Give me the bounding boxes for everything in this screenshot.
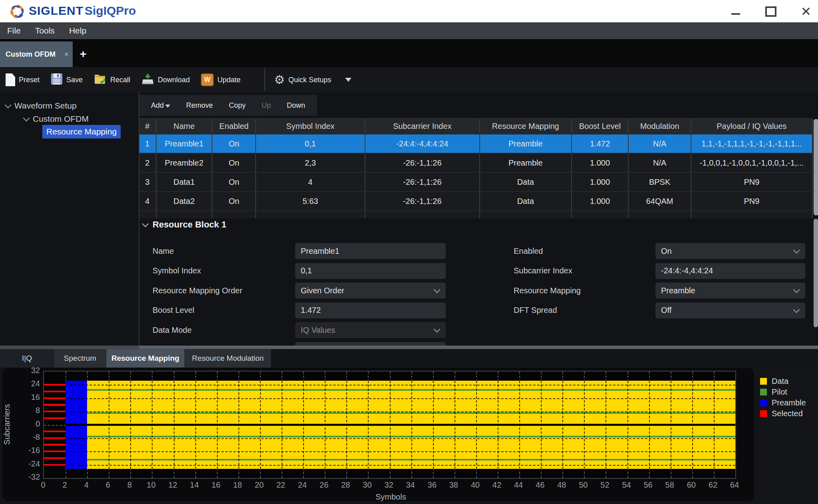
recall-button[interactable]: Recall bbox=[88, 67, 136, 93]
update-button[interactable]: WUpdate bbox=[195, 67, 246, 93]
cell: On bbox=[212, 154, 256, 172]
x-tick-label: 28 bbox=[336, 480, 355, 490]
cell: -26:-1,1:26 bbox=[365, 173, 480, 191]
tree-item-custom-ofdm[interactable]: Custom OFDM bbox=[24, 112, 89, 126]
table-header-row: #NameEnabledSymbol IndexSubcarrier Index… bbox=[139, 119, 813, 134]
x-tick-label: 18 bbox=[228, 480, 247, 490]
table-row[interactable]: 4Data2On5:63-26:-1,1:26Data1.00064QAMPN9 bbox=[139, 192, 813, 211]
expand-chevron-icon[interactable] bbox=[5, 102, 12, 109]
column-header-subcarrier-index: Subcarrier Index bbox=[365, 119, 480, 134]
view-tab-resource-modulation[interactable]: Resource Modulation bbox=[185, 349, 271, 368]
view-tab-i-q[interactable]: I|Q bbox=[0, 349, 54, 368]
minimize-button[interactable] bbox=[724, 6, 748, 18]
maximize-button[interactable] bbox=[759, 6, 783, 18]
copy-row-button[interactable]: Copy bbox=[221, 101, 254, 110]
selected-subcarrier-bar bbox=[44, 404, 66, 405]
action-label: Copy bbox=[229, 101, 246, 110]
title-bar: SIGLENT SigIQPro ✕ bbox=[0, 0, 818, 22]
legend-label: Data bbox=[772, 377, 788, 386]
menu-item-tools[interactable]: Tools bbox=[28, 22, 62, 39]
x-tick-label: 42 bbox=[487, 480, 506, 490]
cell: 0,1 bbox=[256, 134, 365, 153]
close-button[interactable]: ✕ bbox=[794, 6, 818, 18]
x-tick-label: 36 bbox=[423, 480, 442, 490]
selected-subcarrier-bar bbox=[44, 431, 66, 432]
table-action-strip: AddRemoveCopyUpDown bbox=[139, 95, 317, 116]
gridline-horizontal-dark bbox=[66, 451, 735, 452]
form-scrollbar[interactable] bbox=[814, 219, 818, 327]
view-tab-spectrum[interactable]: Spectrum bbox=[54, 349, 106, 368]
select-enabled[interactable]: On bbox=[655, 243, 805, 259]
input-name[interactable]: Preamble1 bbox=[295, 243, 446, 259]
cell: BPSK bbox=[629, 173, 691, 191]
main-area: Waveform SetupCustom OFDMResource Mappin… bbox=[0, 93, 818, 346]
field-label-dft-spread: DFT Spread bbox=[514, 302, 557, 318]
chevron-down-icon bbox=[793, 287, 800, 293]
input-iq-values[interactable]: 1,1,-1,-1,1,1... [48 samples Array] bbox=[295, 342, 446, 346]
field-label-boost-level: Boost Level bbox=[153, 302, 195, 318]
add-row-button[interactable]: Add bbox=[143, 101, 178, 110]
down-row-button[interactable]: Down bbox=[279, 101, 313, 110]
gridline-horizontal-dark bbox=[66, 411, 735, 412]
input-boost-level[interactable]: 1.472 bbox=[295, 302, 446, 318]
x-tick-label: 8 bbox=[120, 480, 139, 490]
minimize-icon bbox=[731, 13, 740, 15]
siglent-logo-icon bbox=[10, 4, 25, 19]
column-header-payload-iq-values: Payload / IQ Values bbox=[691, 119, 813, 134]
save-button[interactable]: Save bbox=[45, 67, 88, 93]
cell: -26:-1,1:26 bbox=[365, 154, 480, 172]
cell: On bbox=[212, 134, 256, 153]
horizontal-splitter[interactable] bbox=[0, 346, 818, 349]
quick-setups-button[interactable]: ⚙Quick Setups bbox=[268, 67, 357, 93]
tree-item-waveform-setup[interactable]: Waveform Setup bbox=[6, 99, 77, 113]
legend-swatch-preamble bbox=[760, 399, 767, 406]
table-row[interactable]: 3Data1On4-26:-1,1:26Data1.000BPSKPN9 bbox=[139, 173, 813, 192]
cell: Preamble bbox=[480, 154, 572, 172]
cell: -26:-1,1:26 bbox=[365, 192, 480, 210]
selected-subcarrier-bar bbox=[44, 411, 66, 412]
x-tick-label: 14 bbox=[185, 480, 204, 490]
tree-item-resource-mapping[interactable]: Resource Mapping bbox=[42, 125, 121, 138]
cell bbox=[212, 211, 256, 218]
remove-row-button[interactable]: Remove bbox=[178, 101, 221, 110]
cell: 1 bbox=[139, 134, 157, 153]
y-tick-label: 16 bbox=[18, 393, 40, 402]
menu-item-file[interactable]: File bbox=[0, 22, 28, 39]
tab-custom-ofdm[interactable]: Custom OFDM × bbox=[0, 42, 73, 67]
view-tab-resource-mapping[interactable]: Resource Mapping bbox=[106, 349, 185, 368]
table-row[interactable]: 1Preamble1On0,1-24:4:-4,4:4:24Preamble1.… bbox=[139, 134, 813, 154]
select-data-mode[interactable]: IQ Values bbox=[295, 322, 446, 338]
cell bbox=[139, 211, 157, 218]
selected-subcarrier-bar bbox=[44, 397, 66, 399]
table-row-partial[interactable] bbox=[139, 211, 813, 218]
preset-button[interactable]: Preset bbox=[0, 67, 45, 93]
download-button[interactable]: Download bbox=[136, 67, 195, 93]
field-label-iq-values: IQ Values bbox=[153, 342, 187, 346]
input-symbol-index[interactable]: 0,1 bbox=[295, 263, 446, 279]
resource-block-header[interactable]: Resource Block 1 bbox=[143, 219, 226, 230]
y-tick-label: 8 bbox=[18, 406, 40, 415]
x-tick-label: 12 bbox=[163, 480, 183, 490]
select-resource-mapping-order[interactable]: Given Order bbox=[295, 283, 446, 298]
table-scrollbar[interactable] bbox=[814, 119, 818, 215]
legend-label: Preamble bbox=[772, 398, 806, 407]
field-label-name: Name bbox=[153, 243, 174, 259]
legend-swatch-data bbox=[760, 378, 767, 385]
menu-item-help[interactable]: Help bbox=[62, 22, 93, 39]
resource-block-form: NamePreamble1Symbol Index0,1Resource Map… bbox=[139, 231, 814, 346]
splitter-segment bbox=[0, 346, 139, 349]
new-tab-button[interactable]: + bbox=[80, 48, 86, 61]
expand-chevron-icon[interactable] bbox=[23, 115, 30, 122]
up-row-button[interactable]: Up bbox=[254, 101, 279, 110]
select-resource-mapping[interactable]: Preamble bbox=[655, 283, 805, 298]
table-row[interactable]: 2Preamble2On2,3-26:-1,1:26Preamble1.000N… bbox=[139, 154, 813, 173]
select-dft-spread[interactable]: Off bbox=[655, 302, 805, 318]
legend-item: Data bbox=[760, 377, 788, 386]
tab-close-icon[interactable]: × bbox=[64, 50, 69, 59]
selected-subcarrier-bar bbox=[44, 391, 66, 392]
cell: Data bbox=[480, 192, 572, 210]
cell bbox=[572, 211, 629, 218]
legend-label: Selected bbox=[772, 409, 803, 418]
input-subcarrier-index[interactable]: -24:4:-4,4:4:24 bbox=[655, 263, 805, 279]
cell bbox=[256, 211, 365, 218]
